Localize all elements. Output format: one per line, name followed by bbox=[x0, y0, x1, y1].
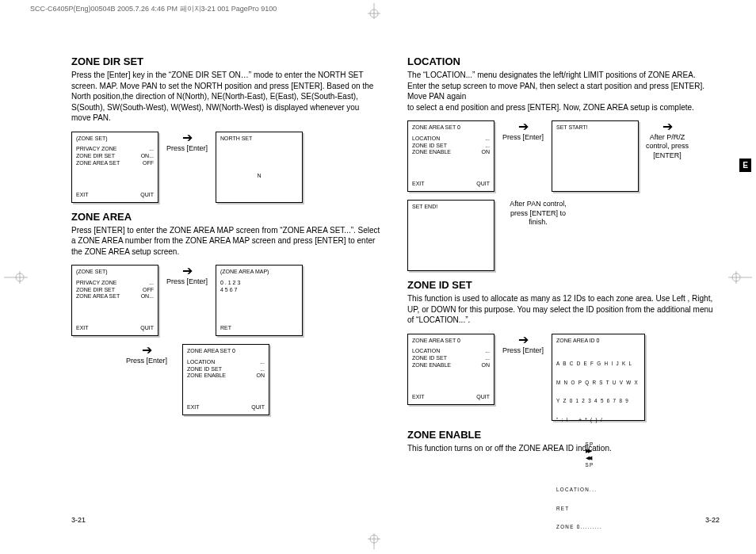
id-location-row: LOCATION... bbox=[556, 487, 640, 493]
id-chars-row: A B C D E F G H I J K L bbox=[556, 361, 640, 367]
edge-tab-e: E bbox=[739, 159, 751, 172]
arrow-press-enter: ➔ Press [Enter] bbox=[163, 265, 211, 286]
arrow-caption: Press [Enter] bbox=[502, 346, 544, 355]
osd-header: ZONE AREA ID 0 bbox=[556, 338, 640, 346]
id-sp: SP bbox=[586, 462, 594, 468]
osd-val: ... bbox=[485, 355, 490, 362]
rewind-icon: ◀◀ bbox=[586, 455, 590, 460]
osd-header: (ZONE AREA MAP) bbox=[220, 269, 298, 277]
osd-header: ZONE AREA SET 0 bbox=[412, 124, 490, 133]
arrow-caption: Press [Enter] bbox=[126, 357, 167, 365]
osd-key: ZONE AREA SET bbox=[76, 293, 120, 300]
right-arrow-icon: ➔ bbox=[518, 120, 529, 133]
h-zone-id-set: ZONE ID SET bbox=[407, 279, 716, 291]
id-chars-row: Y Z 0 1 2 3 4 5 6 7 8 9 bbox=[556, 398, 640, 404]
arrow-after-prz: ➔ After P/R/Z control, press [ENTER] bbox=[643, 120, 691, 160]
osd-key: LOCATION bbox=[187, 359, 215, 366]
osd-key: EXIT bbox=[412, 394, 425, 401]
osd-val: ON... bbox=[141, 293, 154, 300]
osd-header: SET END! bbox=[412, 204, 490, 212]
crop-mark-left bbox=[4, 269, 28, 287]
osd-set-start: SET START! bbox=[552, 120, 639, 192]
h-zone-area: ZONE AREA bbox=[71, 211, 380, 223]
right-arrow-icon: ➔ bbox=[518, 334, 529, 346]
osd-key: PRIVACY ZONE bbox=[76, 280, 116, 287]
arrow-caption: Press [Enter] bbox=[502, 133, 544, 142]
osd-val: ... bbox=[485, 348, 490, 355]
osd-val: ... bbox=[260, 359, 265, 366]
p-location: The “LOCATION...” menu designates the le… bbox=[407, 70, 716, 113]
osd-set-end: SET END! bbox=[407, 200, 494, 271]
osd-val: ON... bbox=[141, 153, 154, 160]
map-row-4-7: 4 5 6 7 bbox=[220, 287, 298, 294]
p-zone-enable: This function turns on or off the ZONE A… bbox=[407, 443, 716, 454]
osd-val: QUIT bbox=[140, 325, 154, 332]
osd-key: ZONE ENABLE bbox=[412, 149, 451, 156]
id-sp-ff-rw-row: SP ▶▶ ◀◀ SP bbox=[556, 435, 640, 474]
id-ret-row: RET bbox=[556, 506, 640, 512]
right-arrow-icon: ➔ bbox=[182, 265, 193, 277]
osd-key: ZONE AREA SET bbox=[76, 160, 120, 167]
id-chars-row: " : ! - + * ( ) / bbox=[556, 417, 640, 423]
osd-key: ZONE ENABLE bbox=[412, 362, 451, 369]
osd-val: QUIT bbox=[476, 181, 490, 188]
osd-zone-area-id: ZONE AREA ID 0 A B C D E F G H I J K L M… bbox=[552, 334, 645, 421]
right-arrow-icon: ➔ bbox=[662, 120, 673, 133]
p-zone-area: Press [ENTER] to enter the ZONE AREA MAP… bbox=[71, 225, 380, 258]
osd-key: ZONE DIR SET bbox=[76, 287, 115, 294]
osd-val: ... bbox=[485, 136, 490, 143]
crop-mark-bottom bbox=[360, 533, 388, 551]
osd-key: LOCATION bbox=[412, 348, 440, 355]
osd-zone-set-1: (ZONE SET) PRIVACY ZONE... ZONE DIR SETO… bbox=[71, 132, 158, 203]
osd-key: ZONE DIR SET bbox=[76, 153, 115, 160]
id-zone-row: ZONE 0......... bbox=[556, 524, 640, 530]
osd-val: ... bbox=[485, 143, 490, 150]
page-left: ZONE DIR SET Press the [Enter] key in th… bbox=[71, 55, 380, 423]
osd-header: (ZONE SET) bbox=[76, 269, 154, 277]
osd-val: OFF bbox=[143, 160, 154, 167]
osd-header: SET START! bbox=[556, 124, 634, 133]
p-zone-id-set: This function is used to allocate as man… bbox=[407, 293, 716, 326]
osd-val: ON bbox=[482, 149, 491, 156]
osd-key: EXIT bbox=[76, 325, 89, 332]
osd-key: RET bbox=[220, 325, 231, 332]
page-number-left: 3-21 bbox=[71, 516, 86, 524]
osd-header: ZONE AREA SET 0 bbox=[187, 348, 265, 357]
osd-key: ZONE ENABLE bbox=[187, 373, 226, 380]
crop-mark-right bbox=[728, 269, 752, 287]
osd-zone-area-map: (ZONE AREA MAP) 0 . 1 2 3 4 5 6 7 RET bbox=[216, 265, 303, 336]
osd-north-n: N bbox=[257, 173, 261, 180]
osd-key: PRIVACY ZONE bbox=[76, 146, 116, 153]
osd-key: ZONE ID SET bbox=[412, 355, 447, 362]
crop-mark-top bbox=[360, 3, 388, 21]
h-location: LOCATION bbox=[407, 55, 716, 67]
osd-north-set: NORTH SET N bbox=[216, 132, 303, 203]
caption-after-pan: After PAN control, press [ENTER] to fini… bbox=[502, 200, 574, 227]
id-chars-row: M N O P Q R S T U V W X bbox=[556, 380, 640, 386]
osd-val: OFF bbox=[143, 287, 154, 294]
map-row-0-3: 0 . 1 2 3 bbox=[220, 280, 298, 287]
p-zone-dir-set: Press the [Enter] key in the “ZONE DIR S… bbox=[71, 70, 380, 124]
osd-key: ZONE ID SET bbox=[412, 143, 447, 150]
h-zone-dir-set: ZONE DIR SET bbox=[71, 55, 380, 67]
osd-zone-area-set-loc: ZONE AREA SET 0 LOCATION... ZONE ID SET.… bbox=[407, 120, 494, 192]
osd-key: ZONE ID SET bbox=[187, 366, 222, 373]
osd-header: NORTH SET bbox=[220, 136, 298, 144]
osd-zone-area-set-id: ZONE AREA SET 0 LOCATION... ZONE ID SET.… bbox=[407, 334, 494, 405]
page-right: LOCATION The “LOCATION...” menu designat… bbox=[407, 55, 716, 461]
right-arrow-icon: ➔ bbox=[142, 344, 152, 357]
osd-header: ZONE AREA SET 0 bbox=[412, 338, 490, 346]
osd-val: QUIT bbox=[251, 404, 265, 411]
page-number-right: 3-22 bbox=[705, 516, 720, 524]
arrow-press-enter: ➔ Press [Enter] bbox=[499, 120, 547, 142]
osd-key: EXIT bbox=[412, 181, 425, 188]
osd-val: QUIT bbox=[476, 394, 490, 401]
arrow-press-enter: ➔ Press [Enter] bbox=[499, 334, 547, 355]
osd-val: ... bbox=[149, 146, 154, 153]
right-arrow-icon: ➔ bbox=[182, 132, 193, 144]
arrow-caption: After P/R/Z control, press [ENTER] bbox=[643, 133, 691, 160]
osd-val: ... bbox=[260, 366, 265, 373]
arrow-press-enter: ➔ Press [Enter] bbox=[163, 132, 211, 153]
osd-val: ... bbox=[149, 280, 154, 287]
arrow-caption: Press [Enter] bbox=[166, 144, 208, 153]
